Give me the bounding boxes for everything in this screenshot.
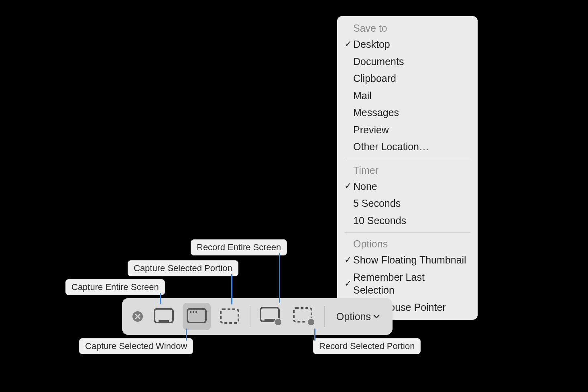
callout-label: Record Selected Portion: [313, 338, 421, 354]
options-button[interactable]: Options: [329, 303, 387, 330]
menu-section-header-options: Options: [337, 236, 478, 251]
menu-item-label: Desktop: [353, 38, 390, 51]
menu-divider: [344, 159, 470, 159]
menu-item-messages[interactable]: Messages: [337, 104, 478, 121]
svg-point-5: [193, 311, 194, 313]
toolbar-divider: [250, 306, 250, 327]
callout-leader: [160, 293, 161, 304]
screen-icon: [154, 308, 174, 325]
menu-item-timer-none[interactable]: ✓None: [337, 178, 478, 195]
menu-item-show-thumbnail[interactable]: ✓Show Floating Thumbnail: [337, 251, 478, 269]
callout-label: Capture Entire Screen: [65, 279, 165, 295]
svg-rect-7: [221, 309, 238, 323]
selection-icon: [220, 308, 240, 325]
window-icon: [187, 308, 207, 325]
menu-item-label: Mail: [353, 89, 372, 102]
svg-rect-2: [159, 320, 169, 322]
menu-item-label: Documents: [353, 55, 404, 68]
menu-item-timer-5s[interactable]: 5 Seconds: [337, 195, 478, 212]
menu-item-remember-selection[interactable]: ✓Remember Last Selection: [337, 269, 478, 299]
screenshot-toolbar: Options: [122, 298, 393, 335]
toolbar-divider: [324, 306, 325, 327]
callout-leader: [186, 329, 187, 341]
menu-section-header-save-to: Save to: [337, 20, 478, 36]
close-button[interactable]: [128, 310, 147, 323]
checkmark-icon: ✓: [342, 180, 353, 192]
checkmark-icon: ✓: [342, 254, 353, 266]
callout-leader: [231, 274, 232, 304]
menu-item-label: 10 Seconds: [353, 214, 406, 227]
menu-item-timer-10s[interactable]: 10 Seconds: [337, 212, 478, 229]
menu-item-clipboard[interactable]: Clipboard: [337, 70, 478, 87]
svg-rect-3: [187, 309, 206, 323]
menu-item-label: Other Location…: [353, 140, 429, 153]
menu-item-mail[interactable]: Mail: [337, 87, 478, 104]
menu-item-label: Messages: [353, 106, 399, 119]
svg-point-6: [195, 311, 197, 313]
callout-label: Capture Selected Portion: [128, 260, 238, 276]
menu-item-label: Preview: [353, 123, 389, 137]
menu-section-header-timer: Timer: [337, 162, 478, 178]
record-screen-icon: [260, 307, 282, 326]
checkmark-icon: ✓: [342, 39, 353, 50]
svg-point-10: [275, 318, 282, 326]
record-entire-screen-button[interactable]: [257, 303, 285, 330]
capture-selected-portion-button[interactable]: [216, 303, 244, 330]
chevron-down-icon: [373, 314, 380, 318]
menu-item-label: None: [353, 180, 377, 193]
capture-selected-window-button[interactable]: [183, 303, 211, 330]
menu-item-desktop[interactable]: ✓Desktop: [337, 36, 478, 53]
menu-item-preview[interactable]: Preview: [337, 121, 478, 139]
menu-item-label: Show Floating Thumbnail: [353, 253, 466, 267]
menu-item-other-location[interactable]: Other Location…: [337, 138, 478, 155]
close-icon: [132, 310, 144, 323]
svg-point-4: [190, 311, 191, 313]
menu-item-label: Remember Last Selection: [353, 271, 467, 297]
callout-leader: [314, 329, 315, 341]
options-menu: Save to ✓Desktop Documents Clipboard Mai…: [337, 16, 478, 320]
callout-label: Record Entire Screen: [191, 239, 287, 255]
options-button-label: Options: [336, 311, 371, 323]
menu-divider: [344, 232, 470, 233]
svg-point-12: [307, 318, 315, 326]
checkmark-icon: ✓: [342, 278, 353, 290]
menu-item-label: Clipboard: [353, 72, 396, 85]
menu-item-documents[interactable]: Documents: [337, 53, 478, 70]
callout-label: Capture Selected Window: [79, 338, 193, 354]
capture-entire-screen-button[interactable]: [150, 303, 178, 330]
svg-rect-9: [264, 319, 275, 321]
record-selected-portion-button[interactable]: [290, 303, 318, 330]
callout-leader: [279, 253, 280, 303]
record-selection-icon: [293, 307, 315, 326]
menu-item-label: 5 Seconds: [353, 197, 401, 210]
